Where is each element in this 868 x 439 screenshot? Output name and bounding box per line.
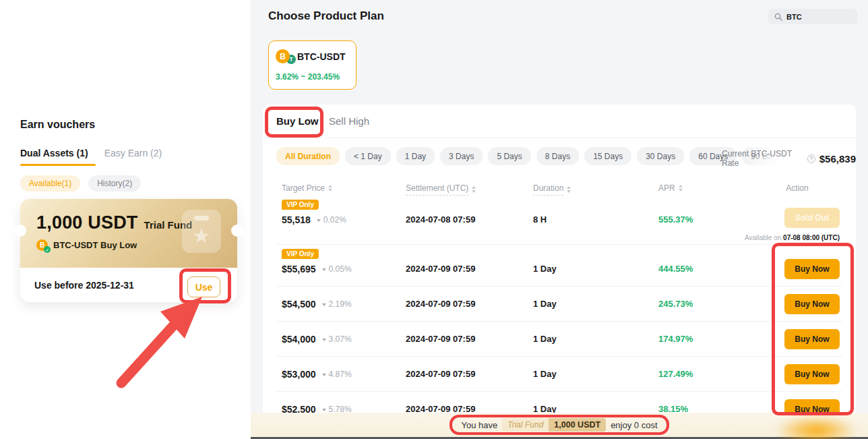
apr-range: 3.62% ~ 203.45%: [276, 72, 340, 82]
btc-icon: B: [276, 49, 290, 63]
use-voucher-button[interactable]: Use: [187, 276, 220, 297]
active-tab-underline: [20, 164, 96, 166]
product-plan-card: Buy Low Sell High All Duration< 1 Day1 D…: [263, 105, 856, 439]
trial-fund-badge: Trial Fund 1,000 USDT: [502, 418, 606, 432]
price-down-triangle-icon: [322, 339, 326, 341]
settlement-value: 2024-07-09 07:59: [406, 334, 475, 344]
price-down-triangle-icon: [322, 268, 326, 271]
voucher-footer: Use before 2025-12-31 Use: [20, 268, 237, 302]
trial-fund-tag: Trial Fund: [502, 418, 549, 432]
buy-now-button[interactable]: Buy Now: [784, 294, 840, 314]
tab-easy-earn[interactable]: Easy Earn (2): [104, 148, 162, 158]
price-change: 4.87%: [329, 370, 352, 379]
settlement-value: 2024-07-08 07:59: [406, 214, 475, 225]
price-down-triangle-icon: [322, 303, 326, 306]
price-change: 2.19%: [329, 299, 352, 309]
filter-available[interactable]: Available(1): [20, 175, 80, 192]
footer-prefix: You have: [461, 420, 497, 430]
trial-fund-amount: 1,000 USDT: [549, 418, 606, 432]
apr-value: 444.55%: [658, 264, 693, 274]
availability-note: Available on 07-08 08:00 (UTC): [745, 234, 840, 241]
product-card-btc-usdt[interactable]: B T BTC-USDT 3.62% ~ 203.45%: [268, 40, 356, 90]
buy-now-button[interactable]: Buy Now: [784, 329, 840, 349]
voucher-type-tabs: Dual Assets (1) Easy Earn (2): [20, 148, 162, 158]
search-input[interactable]: BTC: [768, 9, 857, 24]
target-price: $54,500: [282, 299, 316, 310]
filter-history[interactable]: History(2): [88, 175, 141, 192]
table-row: VIP Only 55,518 0.02% 2024-07-08 07:598 …: [276, 196, 842, 244]
tab-dual-assets[interactable]: Dual Assets (1): [20, 148, 88, 158]
table-row: $53,000 4.87% 2024-07-09 07:591 Day127.4…: [276, 356, 842, 391]
footer-suffix: enjoy 0 cost: [611, 420, 657, 430]
earn-vouchers-panel: Earn vouchers Dual Assets (1) Easy Earn …: [0, 0, 251, 439]
buy-now-button[interactable]: Buy Now: [784, 259, 840, 279]
table-row: $54,000 3.07% 2024-07-09 07:591 Day174.9…: [276, 321, 842, 356]
table-row: $54,500 2.19% 2024-07-09 07:591 Day245.7…: [276, 286, 842, 321]
vip-only-badge: VIP Only: [282, 200, 319, 210]
apr-value: 245.73%: [658, 299, 693, 309]
duration-value: 1 Day: [533, 369, 557, 379]
table-row: VIP Only $55,695 0.05% 2024-07-09 07:591…: [276, 244, 842, 286]
sold-out-button[interactable]: Sold Out: [784, 208, 840, 228]
target-price: $54,000: [282, 334, 316, 345]
check-icon: ✓: [44, 246, 51, 253]
page-title: Choose Product Plan: [268, 9, 384, 23]
target-price: $55,695: [282, 264, 316, 274]
voucher-expiry: Use before 2025-12-31: [34, 280, 134, 291]
price-down-triangle-icon: [322, 409, 326, 411]
trial-fund-voucher-card: 1,000 USDT Trial Fund B✓ BTC-USDT Buy Lo…: [20, 199, 237, 302]
buy-now-button[interactable]: Buy Now: [784, 364, 840, 384]
plan-table-body: VIP Only 55,518 0.02% 2024-07-08 07:598 …: [263, 105, 856, 439]
subscribe-button-glow: [775, 415, 857, 439]
price-down-triangle-icon: [322, 374, 326, 376]
earn-vouchers-title: Earn vouchers: [20, 119, 95, 131]
settlement-value: 2024-07-09 07:59: [406, 299, 475, 309]
ticket-notch-right: [231, 225, 243, 237]
voucher-gold-section: 1,000 USDT Trial Fund B✓ BTC-USDT Buy Lo…: [20, 199, 237, 268]
pair-name: BTC-USDT: [297, 51, 346, 62]
ticket-star-icon: ★: [182, 210, 221, 253]
settlement-value: 2024-07-09 07:59: [406, 264, 475, 274]
price-change: 0.05%: [329, 264, 352, 274]
settlement-value: 2024-07-09 07:59: [406, 369, 475, 379]
ticket-notch-left: [14, 225, 26, 237]
voucher-status-filters: Available(1) History(2): [20, 175, 141, 192]
highlight-box-trial-fund-text: You have Trial Fund 1,000 USDT enjoy 0 c…: [450, 415, 669, 435]
duration-value: 1 Day: [533, 299, 557, 309]
voucher-product: BTC-USDT Buy Low: [53, 240, 137, 250]
duration-value: 8 H: [533, 214, 547, 225]
voucher-amount: 1,000 USDT: [36, 212, 138, 233]
search-icon: [774, 13, 782, 21]
vip-only-badge: VIP Only: [282, 249, 319, 259]
price-change: 0.02%: [323, 215, 346, 225]
target-price: 55,518: [282, 214, 311, 225]
price-change: 3.07%: [329, 334, 352, 344]
apr-value: 127.49%: [658, 369, 693, 379]
search-value: BTC: [786, 13, 802, 21]
btc-coin-icon: B✓: [36, 239, 48, 251]
target-price: $53,000: [282, 369, 316, 380]
duration-value: 1 Day: [533, 264, 557, 274]
annotation-arrow: [101, 290, 222, 391]
apr-value: 174.97%: [658, 334, 693, 344]
price-down-triangle-icon: [317, 219, 321, 222]
apr-value: 555.37%: [658, 214, 693, 225]
duration-value: 1 Day: [533, 334, 557, 344]
